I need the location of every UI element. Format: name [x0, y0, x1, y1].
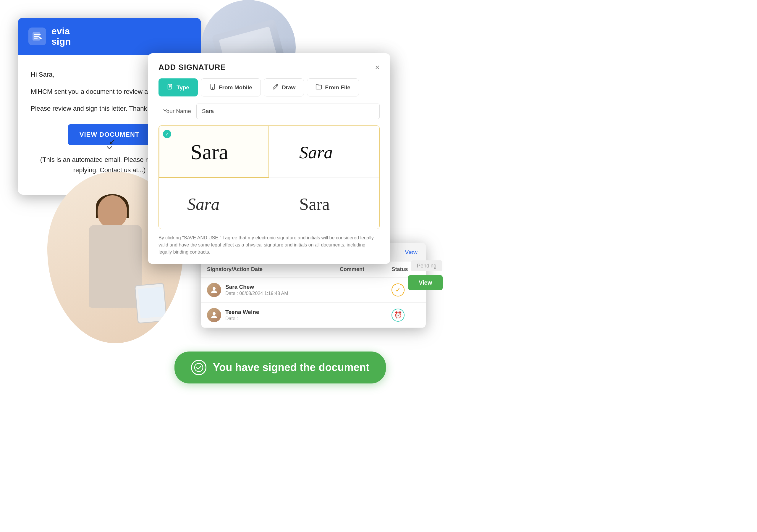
figure-head — [98, 195, 127, 228]
tab-from-file[interactable]: From File — [307, 78, 359, 96]
signature-option-1[interactable]: ✓ Sara — [159, 126, 269, 178]
signature-style-2: Sara — [295, 137, 354, 167]
signatory-cell-2: Teena Weine Date : – — [201, 303, 334, 328]
modal-close-button[interactable]: × — [375, 63, 380, 72]
cursor-pointer — [109, 137, 116, 145]
tab-draw[interactable]: Draw — [264, 78, 304, 96]
table-row: Sara Chew Date : 06/08/2024 1:19:48 AM ✓ — [201, 277, 426, 303]
eviasign-logo-icon — [28, 27, 46, 45]
name-input[interactable] — [197, 104, 380, 119]
mobile-icon — [209, 83, 216, 91]
success-toast: You have signed the document — [174, 352, 386, 384]
signatory-date-1: Date : 06/08/2024 1:19:48 AM — [225, 291, 288, 296]
tab-type-label: Type — [176, 84, 189, 91]
svg-text:Sara: Sara — [187, 194, 220, 214]
svg-text:Sara: Sara — [299, 142, 333, 162]
avatar-sara — [207, 283, 221, 297]
signatory-cell-1: Sara Chew Date : 06/08/2024 1:19:48 AM — [201, 277, 334, 303]
modal-title: ADD SIGNATURE — [159, 63, 226, 72]
status-cell-2: ⏰ — [386, 303, 426, 328]
tab-from-mobile[interactable]: From Mobile — [201, 78, 261, 96]
email-header: evia sign — [18, 18, 201, 55]
svg-point-6 — [212, 88, 213, 88]
legal-text: By clicking "SAVE AND USE," I agree that… — [148, 229, 390, 264]
signature-option-4[interactable]: Sara — [269, 178, 379, 229]
signature-style-4: Sara — [295, 188, 354, 218]
figure-body — [89, 225, 142, 308]
signatories-table: Signatory/Action Date Comment Status Sar… — [201, 262, 426, 328]
tab-file-label: From File — [325, 84, 350, 91]
signatory-date-2: Date : – — [225, 316, 242, 321]
signature-option-3[interactable]: Sara — [159, 178, 269, 229]
col-comment: Comment — [334, 262, 386, 277]
avatar-teena — [207, 308, 221, 322]
tab-type[interactable]: Type — [159, 78, 198, 96]
type-icon — [167, 83, 173, 91]
svg-point-13 — [195, 363, 203, 372]
file-icon — [316, 83, 322, 91]
name-label: Your Name — [159, 108, 191, 114]
status-check-icon: ✓ — [391, 283, 405, 297]
svg-point-12 — [213, 312, 216, 315]
name-row: Your Name — [148, 96, 390, 119]
toast-message: You have signed the document — [213, 361, 369, 374]
table-row: Teena Weine Date : – ⏰ — [201, 303, 426, 328]
signature-option-2[interactable]: Sara — [269, 126, 379, 178]
signatory-name-1: Sara Chew — [225, 284, 288, 290]
selected-checkmark: ✓ — [163, 130, 171, 138]
signature-style-3: Sara — [184, 188, 243, 218]
figure-tablet — [135, 283, 167, 324]
brand-name: evia sign — [51, 26, 71, 47]
signatory-info-1: Sara Chew Date : 06/08/2024 1:19:48 AM — [225, 284, 288, 297]
svg-text:Sara: Sara — [191, 140, 228, 164]
panel-view-link[interactable]: View — [405, 249, 417, 256]
pending-badge: Pending — [411, 260, 442, 271]
comment-cell-2 — [334, 303, 386, 328]
draw-icon — [272, 83, 279, 91]
signatory-info-2: Teena Weine Date : – — [225, 309, 259, 322]
signature-options-grid: ✓ Sara Sara Sara Sara — [159, 125, 380, 229]
add-signature-modal: ADD SIGNATURE × Type From Mob — [148, 53, 390, 264]
tab-draw-label: Draw — [282, 84, 295, 91]
view-button-floating[interactable]: View — [408, 275, 443, 290]
signatory-name-2: Teena Weine — [225, 309, 259, 315]
toast-check-icon — [191, 360, 206, 375]
comment-cell-1 — [334, 277, 386, 303]
modal-header: ADD SIGNATURE × — [148, 53, 390, 72]
svg-point-11 — [213, 287, 216, 290]
svg-text:Sara: Sara — [299, 194, 330, 214]
status-clock-icon: ⏰ — [391, 309, 405, 322]
signature-style-1: Sara — [185, 137, 244, 167]
col-signatory: Signatory/Action Date — [201, 262, 334, 277]
tab-mobile-label: From Mobile — [219, 84, 252, 91]
signature-tabs: Type From Mobile Draw — [148, 72, 390, 96]
